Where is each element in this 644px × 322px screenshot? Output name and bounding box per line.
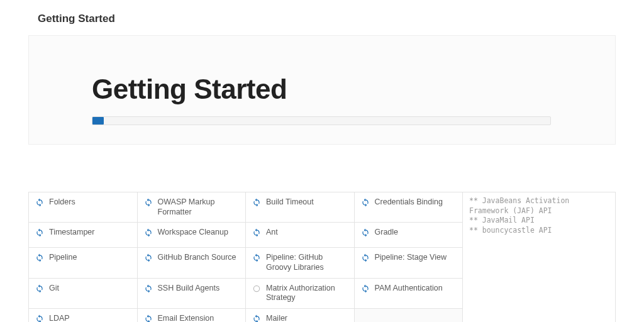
- refresh-icon: [35, 314, 44, 322]
- plugins-area: FoldersOWASP Markup FormatterBuild Timeo…: [28, 192, 616, 322]
- plugin-cell: PAM Authentication: [355, 279, 464, 309]
- plugin-label: Credentials Binding: [375, 197, 443, 208]
- plugin-label: Pipeline: Stage View: [375, 253, 447, 263]
- progress-bar: [92, 116, 551, 125]
- plugin-cell: Folders: [29, 192, 138, 223]
- plugin-label: Matrix Authorization Strategy: [266, 284, 348, 303]
- plugin-label: GitHub Branch Source: [158, 253, 236, 263]
- plugin-cell: GitHub Branch Source: [138, 248, 247, 278]
- hero-title: Getting Started: [92, 74, 565, 105]
- refresh-icon: [361, 198, 370, 207]
- page-title: Getting Started: [0, 0, 644, 31]
- refresh-icon: [144, 284, 153, 293]
- refresh-icon: [144, 198, 153, 207]
- plugin-label: Ant: [266, 228, 278, 238]
- spinner-icon: [252, 284, 261, 293]
- refresh-icon: [252, 198, 261, 207]
- plugin-label: Pipeline: [49, 253, 77, 263]
- plugin-cell: [355, 309, 464, 322]
- refresh-icon: [252, 253, 261, 262]
- plugin-label: Mailer: [266, 314, 287, 322]
- plugin-cell: Matrix Authorization Strategy: [246, 279, 355, 309]
- refresh-icon: [361, 228, 370, 237]
- plugin-label: LDAP: [49, 314, 70, 322]
- refresh-icon: [35, 253, 44, 262]
- plugin-cell: Build Timeout: [246, 192, 355, 223]
- refresh-icon: [252, 228, 261, 237]
- plugin-label: Pipeline: GitHub Groovy Libraries: [266, 253, 348, 272]
- plugin-label: Folders: [49, 197, 75, 208]
- plugin-label: OWASP Markup Formatter: [158, 197, 240, 217]
- plugin-cell: Gradle: [355, 223, 464, 248]
- plugin-label: Email Extension: [158, 314, 214, 322]
- plugin-label: Workspace Cleanup: [158, 228, 228, 238]
- progress-fill: [92, 117, 104, 125]
- plugin-cell: LDAP: [29, 309, 138, 322]
- plugin-cell: OWASP Markup Formatter: [138, 192, 247, 223]
- plugin-label: Git: [49, 284, 59, 294]
- plugin-label: Build Timeout: [266, 197, 314, 208]
- refresh-icon: [252, 314, 261, 322]
- refresh-icon: [144, 228, 153, 237]
- plugins-grid: FoldersOWASP Markup FormatterBuild Timeo…: [29, 192, 463, 322]
- refresh-icon: [144, 314, 153, 322]
- refresh-icon: [35, 198, 44, 207]
- refresh-icon: [361, 284, 370, 293]
- plugin-cell: Mailer: [246, 309, 355, 322]
- plugin-cell: Pipeline: [29, 248, 138, 278]
- install-log: ** JavaBeans Activation Framework (JAF) …: [463, 192, 616, 322]
- plugin-cell: SSH Build Agents: [138, 279, 247, 309]
- plugin-cell: Timestamper: [29, 223, 138, 248]
- plugin-label: SSH Build Agents: [158, 284, 220, 294]
- hero-panel: Getting Started: [28, 35, 616, 145]
- plugin-label: PAM Authentication: [375, 284, 443, 294]
- plugin-label: Gradle: [375, 228, 399, 238]
- plugin-label: Timestamper: [49, 228, 94, 238]
- plugin-cell: Ant: [246, 223, 355, 248]
- plugin-cell: Credentials Binding: [355, 192, 464, 223]
- plugin-cell: Workspace Cleanup: [138, 223, 247, 248]
- plugin-cell: Pipeline: Stage View: [355, 248, 464, 278]
- refresh-icon: [35, 284, 44, 293]
- plugin-cell: Pipeline: GitHub Groovy Libraries: [246, 248, 355, 278]
- plugin-cell: Git: [29, 279, 138, 309]
- refresh-icon: [35, 228, 44, 237]
- refresh-icon: [361, 253, 370, 262]
- refresh-icon: [144, 253, 153, 262]
- plugin-cell: Email Extension: [138, 309, 247, 322]
